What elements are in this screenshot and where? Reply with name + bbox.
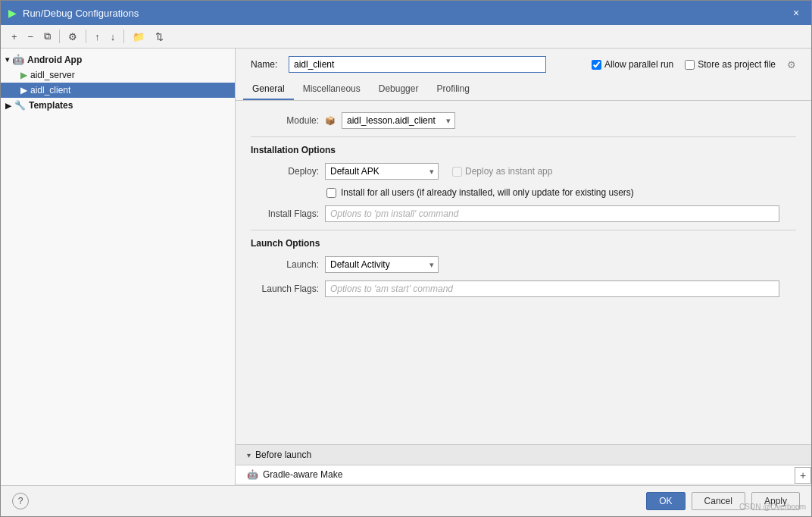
toolbar: + − ⧉ ⚙ ↑ ↓ 📁 ⇅	[1, 25, 811, 49]
aidl-server-label: aidl_server	[30, 70, 75, 80]
before-launch-label: Before launch	[255, 450, 311, 460]
copy-config-button[interactable]: ⧉	[39, 28, 55, 45]
templates-icon: 🔧	[14, 100, 26, 111]
install-all-users-row[interactable]: Install for all users (if already instal…	[251, 187, 796, 198]
install-flags-label: Install Flags:	[251, 208, 319, 219]
store-settings-icon[interactable]: ⚙	[787, 59, 796, 70]
launch-select[interactable]: Default Activity	[325, 256, 439, 273]
aidl-client-run-icon: ▶	[20, 85, 27, 96]
right-panel: Name: Allow parallel run Store as projec…	[236, 49, 811, 485]
module-label: Module:	[251, 115, 319, 126]
templates-label: Templates	[29, 100, 73, 111]
tree-aidl-server[interactable]: ▶ aidl_server	[1, 67, 235, 83]
launch-flags-row: Launch Flags:	[251, 280, 796, 297]
name-input[interactable]	[289, 56, 546, 73]
launch-options-header: Launch Options	[251, 238, 796, 249]
tab-debugger[interactable]: Debugger	[370, 79, 428, 100]
installation-options-header: Installation Options	[251, 145, 796, 155]
name-row: Name: Allow parallel run Store as projec…	[236, 49, 811, 79]
templates-arrow-icon: ▶	[5, 102, 11, 110]
cancel-button[interactable]: Cancel	[692, 492, 745, 510]
sort-button[interactable]: ⇅	[151, 29, 168, 45]
launch-flags-input[interactable]	[325, 280, 779, 297]
name-label: Name:	[251, 59, 281, 70]
close-button[interactable]: ×	[789, 5, 804, 20]
tab-content-general: Module: 📦 aidl_lesson.aidl_client Instal…	[236, 101, 811, 444]
separator-2	[86, 30, 86, 43]
tree-android-app[interactable]: ▾ 🤖 Android App	[1, 52, 235, 67]
folder-button[interactable]: 📁	[128, 29, 149, 45]
divider-2	[251, 230, 796, 230]
android-app-icon: 🤖	[12, 54, 24, 65]
move-down-button[interactable]: ↓	[106, 29, 120, 45]
module-row: Module: 📦 aidl_lesson.aidl_client	[251, 112, 796, 129]
launch-flags-label: Launch Flags:	[251, 284, 319, 294]
allow-parallel-checkbox[interactable]	[592, 60, 601, 70]
install-all-users-label: Install for all users (if already instal…	[341, 187, 634, 198]
module-select[interactable]: aidl_lesson.aidl_client	[342, 112, 455, 129]
settings-config-button[interactable]: ⚙	[64, 29, 82, 45]
launch-label: Launch:	[251, 259, 319, 270]
aidl-client-label: aidl_client	[30, 85, 70, 96]
install-flags-row: Install Flags:	[251, 205, 796, 222]
module-icon: 📦	[325, 116, 336, 126]
before-launch-collapse-icon: ▾	[247, 451, 251, 459]
action-bar: ? OK Cancel Apply	[1, 485, 811, 516]
deploy-select[interactable]: Default APK	[325, 163, 439, 180]
tabs-bar: General Miscellaneous Debugger Profiling	[236, 79, 811, 101]
remove-config-button[interactable]: −	[23, 29, 39, 45]
left-panel: ▾ 🤖 Android App ▶ aidl_server ▶ aidl_cli…	[1, 49, 236, 485]
launch-select-wrapper[interactable]: Default Activity	[325, 256, 439, 273]
before-launch-add-button[interactable]: +	[795, 467, 811, 484]
aidl-server-run-icon: ▶	[20, 70, 27, 80]
tab-miscellaneous[interactable]: Miscellaneous	[294, 79, 370, 100]
gradle-icon: 🤖	[247, 469, 258, 480]
before-launch-section: ▾ Before launch 🤖 Gradle-aware Make +	[236, 444, 811, 485]
separator-1	[59, 30, 60, 43]
collapse-arrow-icon: ▾	[5, 55, 9, 64]
store-project-checkbox[interactable]	[685, 60, 695, 70]
divider-1	[251, 136, 796, 137]
move-up-button[interactable]: ↑	[90, 29, 105, 45]
main-content: ▾ 🤖 Android App ▶ aidl_server ▶ aidl_cli…	[1, 49, 811, 485]
run-icon: ▶	[8, 7, 17, 19]
allow-parallel-label[interactable]: Allow parallel run	[592, 59, 673, 70]
gradle-make-row: 🤖 Gradle-aware Make +	[236, 465, 811, 485]
tab-general[interactable]: General	[243, 79, 294, 100]
add-config-button[interactable]: +	[7, 29, 22, 45]
module-select-wrapper[interactable]: aidl_lesson.aidl_client	[342, 112, 455, 129]
deploy-instant-label[interactable]: Deploy as instant app	[452, 166, 552, 177]
gradle-make-item[interactable]: 🤖 Gradle-aware Make	[236, 465, 795, 484]
tree-aidl-client[interactable]: ▶ aidl_client	[1, 83, 235, 98]
watermark: CSDN @Overboom	[739, 503, 806, 511]
tab-profiling[interactable]: Profiling	[427, 79, 478, 100]
android-app-label: Android App	[27, 55, 82, 65]
run-debug-dialog: ▶ Run/Debug Configurations × + − ⧉ ⚙ ↑ ↓…	[0, 0, 812, 517]
dialog-title: Run/Debug Configurations	[23, 8, 139, 19]
store-project-label[interactable]: Store as project file	[685, 59, 776, 70]
before-launch-header[interactable]: ▾ Before launch	[236, 445, 811, 465]
title-bar: ▶ Run/Debug Configurations ×	[1, 1, 811, 25]
deploy-instant-checkbox[interactable]	[452, 167, 462, 177]
tree-templates[interactable]: ▶ 🔧 Templates	[1, 98, 235, 113]
install-all-users-checkbox[interactable]	[326, 188, 336, 198]
launch-row: Launch: Default Activity	[251, 256, 796, 273]
deploy-row: Deploy: Default APK Deploy as instant ap…	[251, 163, 796, 180]
title-bar-left: ▶ Run/Debug Configurations	[8, 7, 139, 19]
gradle-make-label: Gradle-aware Make	[263, 469, 342, 480]
deploy-label: Deploy:	[251, 166, 319, 177]
header-options: Allow parallel run Store as project file…	[592, 59, 796, 70]
deploy-select-wrapper[interactable]: Default APK	[325, 163, 439, 180]
separator-3	[123, 30, 124, 43]
help-button[interactable]: ?	[12, 493, 29, 509]
ok-button[interactable]: OK	[646, 492, 685, 510]
install-flags-input[interactable]	[325, 205, 779, 222]
